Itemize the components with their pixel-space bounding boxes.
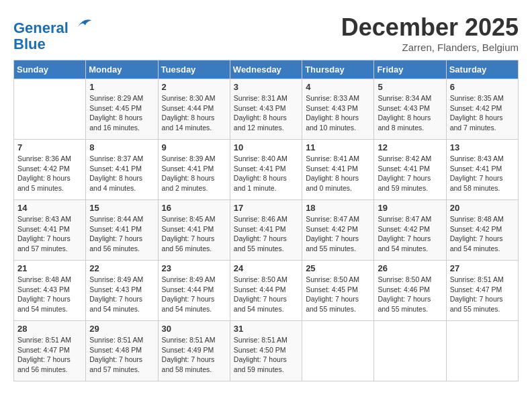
- cell-date-number: 15: [89, 203, 154, 213]
- cell-date-number: 20: [450, 203, 515, 213]
- cell-info-text: Sunrise: 8:48 AM Sunset: 4:43 PM Dayligh…: [17, 275, 82, 314]
- calendar-week-row: 1Sunrise: 8:29 AM Sunset: 4:45 PM Daylig…: [14, 79, 519, 140]
- cell-info-text: Sunrise: 8:51 AM Sunset: 4:49 PM Dayligh…: [162, 335, 226, 375]
- cell-date-number: 31: [234, 324, 298, 334]
- cell-date-number: 27: [450, 263, 515, 273]
- cell-info-text: Sunrise: 8:42 AM Sunset: 4:41 PM Dayligh…: [378, 154, 442, 193]
- calendar-cell: 2Sunrise: 8:30 AM Sunset: 4:44 PM Daylig…: [158, 79, 230, 140]
- weekday-header-thursday: Thursday: [302, 60, 374, 79]
- cell-date-number: 18: [306, 203, 370, 213]
- calendar-cell: 9Sunrise: 8:39 AM Sunset: 4:41 PM Daylig…: [158, 140, 230, 200]
- cell-date-number: 7: [17, 142, 82, 152]
- cell-date-number: 26: [378, 263, 442, 273]
- calendar-week-row: 14Sunrise: 8:43 AM Sunset: 4:41 PM Dayli…: [14, 200, 519, 261]
- cell-date-number: 19: [378, 203, 442, 213]
- calendar-cell: 30Sunrise: 8:51 AM Sunset: 4:49 PM Dayli…: [158, 321, 230, 381]
- cell-date-number: 24: [234, 263, 298, 273]
- cell-info-text: Sunrise: 8:36 AM Sunset: 4:42 PM Dayligh…: [17, 154, 82, 193]
- calendar-cell: 13Sunrise: 8:43 AM Sunset: 4:41 PM Dayli…: [446, 140, 518, 200]
- cell-info-text: Sunrise: 8:49 AM Sunset: 4:44 PM Dayligh…: [162, 275, 226, 314]
- calendar-cell: 16Sunrise: 8:45 AM Sunset: 4:41 PM Dayli…: [158, 200, 230, 261]
- weekday-header-saturday: Saturday: [446, 60, 518, 79]
- calendar-cell: [14, 79, 86, 140]
- cell-info-text: Sunrise: 8:46 AM Sunset: 4:41 PM Dayligh…: [234, 214, 298, 254]
- cell-info-text: Sunrise: 8:47 AM Sunset: 4:42 PM Dayligh…: [306, 214, 370, 254]
- cell-date-number: 11: [306, 142, 370, 152]
- cell-date-number: 17: [234, 203, 298, 213]
- calendar-week-row: 7Sunrise: 8:36 AM Sunset: 4:42 PM Daylig…: [14, 140, 519, 200]
- cell-date-number: 4: [306, 82, 370, 92]
- cell-info-text: Sunrise: 8:37 AM Sunset: 4:41 PM Dayligh…: [89, 154, 154, 193]
- page-header: General Blue December 2025 Zarren, Fland…: [13, 13, 519, 53]
- cell-date-number: 14: [17, 203, 82, 213]
- cell-info-text: Sunrise: 8:43 AM Sunset: 4:41 PM Dayligh…: [450, 154, 515, 193]
- weekday-header-row: SundayMondayTuesdayWednesdayThursdayFrid…: [14, 60, 519, 79]
- logo-line2: Blue: [13, 36, 46, 52]
- title-block: December 2025 Zarren, Flanders, Belgium: [341, 13, 519, 53]
- calendar-cell: 3Sunrise: 8:31 AM Sunset: 4:43 PM Daylig…: [230, 79, 302, 140]
- cell-info-text: Sunrise: 8:31 AM Sunset: 4:43 PM Dayligh…: [234, 93, 298, 133]
- cell-info-text: Sunrise: 8:51 AM Sunset: 4:47 PM Dayligh…: [450, 275, 515, 314]
- cell-date-number: 3: [234, 82, 298, 92]
- month-title: December 2025: [341, 13, 519, 42]
- cell-date-number: 28: [17, 324, 82, 334]
- cell-info-text: Sunrise: 8:41 AM Sunset: 4:41 PM Dayligh…: [306, 154, 370, 193]
- calendar-cell: 4Sunrise: 8:33 AM Sunset: 4:43 PM Daylig…: [302, 79, 374, 140]
- cell-info-text: Sunrise: 8:43 AM Sunset: 4:41 PM Dayligh…: [17, 214, 82, 254]
- cell-date-number: 6: [450, 82, 515, 92]
- cell-date-number: 29: [89, 324, 154, 334]
- calendar-cell: 15Sunrise: 8:44 AM Sunset: 4:41 PM Dayli…: [86, 200, 158, 261]
- cell-date-number: 30: [162, 324, 226, 334]
- cell-info-text: Sunrise: 8:29 AM Sunset: 4:45 PM Dayligh…: [89, 93, 154, 133]
- calendar-cell: 27Sunrise: 8:51 AM Sunset: 4:47 PM Dayli…: [446, 261, 518, 321]
- calendar-body: 1Sunrise: 8:29 AM Sunset: 4:45 PM Daylig…: [14, 79, 519, 381]
- calendar-cell: [302, 321, 374, 381]
- calendar-week-row: 21Sunrise: 8:48 AM Sunset: 4:43 PM Dayli…: [14, 261, 519, 321]
- calendar-cell: 8Sunrise: 8:37 AM Sunset: 4:41 PM Daylig…: [86, 140, 158, 200]
- cell-date-number: 10: [234, 142, 298, 152]
- cell-date-number: 25: [306, 263, 370, 273]
- cell-date-number: 21: [17, 263, 82, 273]
- calendar-cell: 17Sunrise: 8:46 AM Sunset: 4:41 PM Dayli…: [230, 200, 302, 261]
- logo-line1: General: [13, 19, 69, 36]
- cell-info-text: Sunrise: 8:51 AM Sunset: 4:50 PM Dayligh…: [234, 335, 298, 375]
- calendar-cell: 6Sunrise: 8:35 AM Sunset: 4:42 PM Daylig…: [446, 79, 518, 140]
- calendar-cell: 14Sunrise: 8:43 AM Sunset: 4:41 PM Dayli…: [14, 200, 86, 261]
- cell-date-number: 2: [162, 82, 226, 92]
- calendar-cell: 10Sunrise: 8:40 AM Sunset: 4:41 PM Dayli…: [230, 140, 302, 200]
- cell-date-number: 12: [378, 142, 442, 152]
- calendar-cell: 23Sunrise: 8:49 AM Sunset: 4:44 PM Dayli…: [158, 261, 230, 321]
- calendar-cell: 1Sunrise: 8:29 AM Sunset: 4:45 PM Daylig…: [86, 79, 158, 140]
- calendar-cell: 7Sunrise: 8:36 AM Sunset: 4:42 PM Daylig…: [14, 140, 86, 200]
- logo-bird-icon: [74, 14, 93, 33]
- weekday-header-tuesday: Tuesday: [158, 60, 230, 79]
- location-subtitle: Zarren, Flanders, Belgium: [341, 42, 519, 53]
- cell-info-text: Sunrise: 8:40 AM Sunset: 4:41 PM Dayligh…: [234, 154, 298, 193]
- weekday-header-sunday: Sunday: [14, 60, 86, 79]
- calendar-cell: 5Sunrise: 8:34 AM Sunset: 4:43 PM Daylig…: [374, 79, 446, 140]
- calendar-cell: 22Sunrise: 8:49 AM Sunset: 4:43 PM Dayli…: [86, 261, 158, 321]
- cell-info-text: Sunrise: 8:45 AM Sunset: 4:41 PM Dayligh…: [162, 214, 226, 254]
- calendar-cell: 28Sunrise: 8:51 AM Sunset: 4:47 PM Dayli…: [14, 321, 86, 381]
- cell-info-text: Sunrise: 8:34 AM Sunset: 4:43 PM Dayligh…: [378, 93, 442, 133]
- weekday-header-wednesday: Wednesday: [230, 60, 302, 79]
- logo: General Blue: [13, 17, 93, 52]
- calendar-cell: 31Sunrise: 8:51 AM Sunset: 4:50 PM Dayli…: [230, 321, 302, 381]
- cell-info-text: Sunrise: 8:33 AM Sunset: 4:43 PM Dayligh…: [306, 93, 370, 133]
- calendar-week-row: 28Sunrise: 8:51 AM Sunset: 4:47 PM Dayli…: [14, 321, 519, 381]
- calendar-cell: 12Sunrise: 8:42 AM Sunset: 4:41 PM Dayli…: [374, 140, 446, 200]
- cell-date-number: 5: [378, 82, 442, 92]
- calendar-cell: 18Sunrise: 8:47 AM Sunset: 4:42 PM Dayli…: [302, 200, 374, 261]
- cell-date-number: 22: [89, 263, 154, 273]
- calendar-cell: 19Sunrise: 8:47 AM Sunset: 4:42 PM Dayli…: [374, 200, 446, 261]
- cell-date-number: 13: [450, 142, 515, 152]
- cell-info-text: Sunrise: 8:49 AM Sunset: 4:43 PM Dayligh…: [89, 275, 154, 314]
- calendar-header: SundayMondayTuesdayWednesdayThursdayFrid…: [14, 60, 519, 79]
- cell-info-text: Sunrise: 8:51 AM Sunset: 4:47 PM Dayligh…: [17, 335, 82, 375]
- calendar-cell: 26Sunrise: 8:50 AM Sunset: 4:46 PM Dayli…: [374, 261, 446, 321]
- weekday-header-monday: Monday: [86, 60, 158, 79]
- calendar-cell: 29Sunrise: 8:51 AM Sunset: 4:48 PM Dayli…: [86, 321, 158, 381]
- cell-info-text: Sunrise: 8:35 AM Sunset: 4:42 PM Dayligh…: [450, 93, 515, 133]
- cell-date-number: 16: [162, 203, 226, 213]
- cell-info-text: Sunrise: 8:48 AM Sunset: 4:42 PM Dayligh…: [450, 214, 515, 254]
